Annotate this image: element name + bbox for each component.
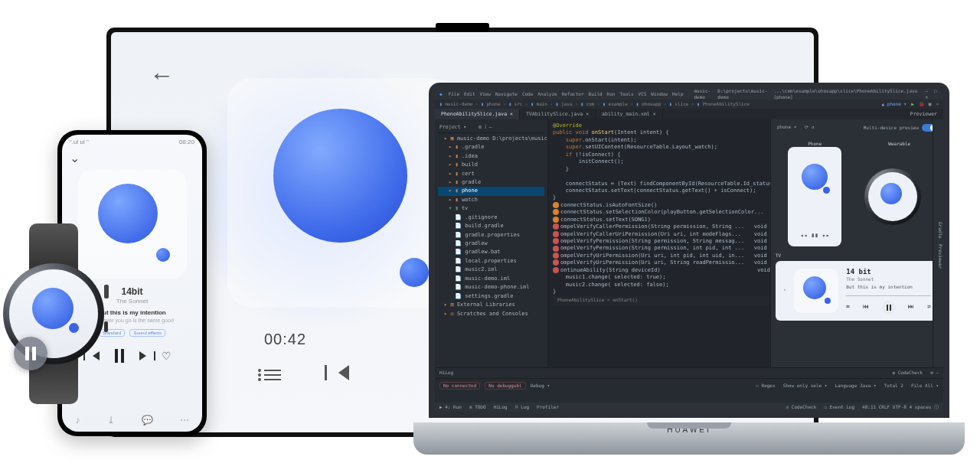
- maximize-icon[interactable]: ▢: [933, 88, 939, 94]
- ide-title-project: music-demo: [694, 88, 712, 100]
- right-tool-strip[interactable]: Gradle Previewer: [933, 119, 943, 367]
- comment-icon[interactable]: 💬: [142, 415, 153, 426]
- panel-settings-icon[interactable]: ⚙ —: [930, 370, 939, 376]
- crumb-phoneabilityslice[interactable]: › ▮ PhoneAbilitySlice: [691, 101, 750, 106]
- status-run[interactable]: ▶ 4: Run: [439, 404, 462, 410]
- pause-button[interactable]: [115, 349, 124, 363]
- shuffle-icon[interactable]: ⇄: [927, 303, 931, 311]
- watch-crown[interactable]: [104, 285, 109, 298]
- menu-analyze[interactable]: Analyze: [537, 91, 557, 96]
- laptop-base: HUAWEI: [413, 422, 965, 455]
- next-track-icon[interactable]: ⏭: [908, 303, 914, 311]
- previewer-tab-label[interactable]: Previewer: [904, 109, 943, 119]
- pause-button[interactable]: [14, 337, 47, 370]
- menu-refactor[interactable]: Refactor: [562, 91, 584, 96]
- ide-status-bar: ▶ 4: Run ≡ TODO HiLog ⎘ Log Profiler ◷ C…: [435, 403, 943, 412]
- crumb-main[interactable]: › ▮ main: [525, 101, 550, 106]
- tree-root: music-demo D:\projects\music: [457, 135, 547, 142]
- preview-phone[interactable]: ◂◂ ▮▮ ▸▸: [788, 147, 841, 246]
- crumb-java[interactable]: › ▮ java: [550, 101, 576, 106]
- status-codecheck[interactable]: ◷ CodeCheck: [786, 404, 817, 410]
- pause-button[interactable]: [882, 301, 896, 315]
- crumb-slice[interactable]: › ▮ slice: [664, 101, 691, 106]
- status-time: 08:20: [179, 139, 194, 145]
- preview-label-phone: Phone: [776, 141, 854, 147]
- crumb-phone[interactable]: › ▮ phone: [475, 101, 503, 106]
- preview-wearable[interactable]: [861, 147, 925, 246]
- chip-no-debuggable[interactable]: No debuggabl: [485, 382, 525, 390]
- status-hilog[interactable]: HiLog: [494, 404, 508, 410]
- menu-view[interactable]: View: [480, 91, 491, 96]
- blob-large-icon: [98, 184, 158, 243]
- playlist-icon[interactable]: [264, 367, 281, 379]
- status-eventlog[interactable]: ☐ Event Log: [824, 404, 854, 410]
- preview-tv-title: 14 bit: [846, 267, 931, 276]
- crumb-src[interactable]: › ▮ src: [503, 101, 525, 106]
- menu-vcs[interactable]: VCS: [639, 91, 647, 96]
- more-icon[interactable]: ⋯: [180, 415, 189, 426]
- filter-show-only[interactable]: Show only sele ▾: [783, 383, 828, 389]
- menu-edit[interactable]: Edit: [464, 91, 475, 96]
- tab-tv-slice[interactable]: TVAbilitySlice.java ×: [520, 109, 596, 119]
- crumb-example[interactable]: › ▮ example: [597, 101, 630, 106]
- chevron-down-icon[interactable]: ⌄: [62, 149, 202, 167]
- editor-tabs: PhoneAbilitySlice.java × TVAbilitySlice.…: [435, 109, 943, 119]
- previewer-panel: phone ▾ ⟳ ↺ Multi-device preview Phone ◂…: [770, 119, 943, 367]
- run-config-selector[interactable]: ▲ phone ▾: [882, 101, 907, 107]
- menu-tools[interactable]: Tools: [619, 91, 633, 96]
- equalizer-icon[interactable]: ♪: [76, 415, 80, 426]
- tab-ability-main[interactable]: ability_main.xml ×: [596, 109, 662, 119]
- project-header: Project ▾ ⚙ ⁞ —: [438, 122, 544, 133]
- status-profiler[interactable]: Profiler: [537, 404, 559, 410]
- ide-title-path: D:\projects\music-demo: [717, 88, 767, 100]
- project-tree[interactable]: Project ▾ ⚙ ⁞ — ▸ ▣ music-demo D:\projec…: [435, 119, 548, 367]
- favorite-icon[interactable]: ♡: [162, 350, 172, 362]
- filter-regex[interactable]: ☐ Regex: [756, 383, 775, 389]
- preview-tv[interactable]: ‹ 14 bit The Sonnet But this is my inten…: [776, 261, 939, 320]
- menu-navigate[interactable]: Navigate: [495, 91, 518, 96]
- menu-help[interactable]: Help: [672, 91, 683, 96]
- previous-track-icon[interactable]: [338, 365, 349, 380]
- menu-file[interactable]: File: [449, 91, 459, 96]
- tab-hilog[interactable]: HiLog: [439, 370, 453, 376]
- watch-device: [0, 237, 115, 390]
- status-log[interactable]: ⎘ Log: [515, 404, 529, 410]
- back-arrow-icon[interactable]: ←: [149, 61, 180, 90]
- crumb-music-demo[interactable]: ▮ music-demo: [439, 101, 475, 106]
- minimize-icon[interactable]: —: [923, 88, 929, 94]
- blob-large-icon: [273, 109, 407, 243]
- search-icon[interactable]: ⌕: [936, 101, 939, 107]
- download-icon[interactable]: ⤓: [107, 415, 115, 426]
- stop-icon[interactable]: ■: [929, 101, 932, 107]
- playlist-icon[interactable]: ≡: [846, 303, 850, 311]
- preview-label-tv: TV: [776, 253, 939, 259]
- menu-run[interactable]: Run: [607, 91, 616, 96]
- menu-build[interactable]: Build: [589, 91, 603, 96]
- tab-phone-slice[interactable]: PhoneAbilitySlice.java ×: [435, 109, 520, 119]
- bottom-tool-window: HiLog ✿ CodeCheck ⚙ — No connected No de…: [435, 367, 943, 403]
- status-todo[interactable]: ≡ TODO: [469, 404, 486, 410]
- app-icon: ◆: [439, 91, 443, 97]
- crumb-com[interactable]: › ▮ com: [575, 101, 597, 106]
- filter-language[interactable]: Language Java ▾: [835, 383, 876, 389]
- debug-icon[interactable]: 🐞: [919, 101, 924, 107]
- status-left: ".ul ul ": [70, 139, 89, 145]
- crumb-ohosapp[interactable]: › ▮ ohosapp: [630, 101, 663, 106]
- previous-track-icon[interactable]: ⏮: [863, 303, 869, 311]
- filter-total: Total 2: [884, 383, 903, 389]
- ide-breadcrumbs: ▮ music-demo › ▮ phone › ▮ src › ▮ main …: [435, 99, 943, 109]
- bottom-toolbar: ♪ ⤓ 💬 ⋯: [62, 415, 202, 426]
- filter-file[interactable]: File All ▾: [911, 383, 939, 389]
- filter-debug[interactable]: Debug ▾: [531, 383, 550, 389]
- status-bar: ".ul ul " 08:20: [62, 135, 202, 149]
- next-track-icon[interactable]: [139, 351, 146, 360]
- run-icon[interactable]: ▶: [911, 101, 914, 107]
- menu-window[interactable]: Window: [651, 91, 668, 96]
- watch-side-button[interactable]: [104, 321, 108, 332]
- tab-codecheck[interactable]: CodeCheck: [898, 370, 923, 375]
- close-icon[interactable]: ✕: [923, 94, 929, 100]
- chip-no-connected[interactable]: No connected: [439, 382, 480, 390]
- menu-code[interactable]: Code: [522, 91, 533, 96]
- preview-device-phone[interactable]: phone ▾ ⟳ ↺: [777, 124, 814, 132]
- tag-sound-effects[interactable]: Sound effects: [129, 329, 165, 337]
